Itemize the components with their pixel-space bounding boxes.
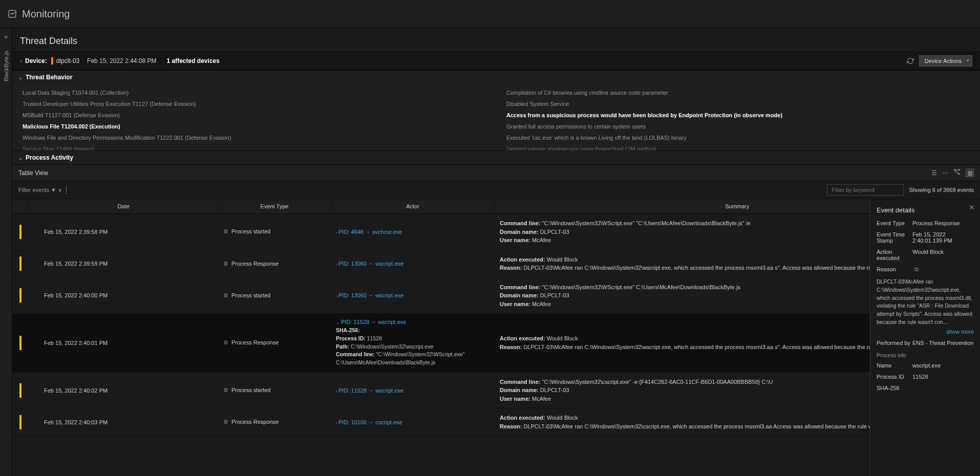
affected-count[interactable]: 1 affected devices xyxy=(167,57,220,64)
col-actor[interactable]: Actor xyxy=(331,199,495,214)
gear-icon: ⚙ xyxy=(223,387,228,393)
severity-marker xyxy=(19,225,22,239)
table-row[interactable]: Feb 15, 2022 2:40:01 PM⚙Process Response… xyxy=(12,314,980,373)
actor-chevron-icon[interactable]: ⌄ xyxy=(336,320,340,325)
device-chevron-icon[interactable]: › xyxy=(20,57,22,64)
behavior-item[interactable]: Compilation of C# binaries using cmdline… xyxy=(496,87,980,98)
severity-marker xyxy=(19,336,22,350)
caret-down-icon: ⌄ xyxy=(18,155,23,161)
behavior-item[interactable]: Local Data Staging T1074.001 (Collection… xyxy=(12,87,496,98)
event-details-panel: ✕ Event details Event TypeProcess Respon… xyxy=(870,199,980,476)
monitoring-icon xyxy=(8,9,17,18)
left-rail: » BlackByte.js xyxy=(0,28,12,476)
process-info-head: Process info xyxy=(877,352,974,358)
actor-chevron-icon[interactable]: › xyxy=(336,230,337,235)
behavior-item[interactable]: Service Stop T1489 (Impact) xyxy=(12,143,496,150)
gear-icon: ⚙ xyxy=(223,292,228,298)
threat-behavior-header[interactable]: ⌄ Threat Behavior xyxy=(12,70,980,84)
col-date[interactable]: Date xyxy=(29,199,218,214)
severity-marker xyxy=(19,256,22,271)
behavior-item[interactable]: Executed 'csc.exe' which is a known Livi… xyxy=(496,132,980,143)
close-icon[interactable]: ✕ xyxy=(969,203,975,211)
device-name[interactable]: dlpclt-03 xyxy=(56,57,79,64)
grid-view-icon[interactable]: ▦ xyxy=(966,169,974,177)
expand-rail-icon[interactable]: » xyxy=(4,33,8,40)
actor-chevron-icon[interactable]: › xyxy=(336,293,337,298)
actor-link[interactable]: PID: 11528 → wscript.exe xyxy=(341,319,406,325)
reason-text: DLPCLT-03\McAfee ran C:\Windows\System32… xyxy=(877,278,974,327)
actor-link[interactable]: PID: 11528 → wscript.exe xyxy=(338,387,403,394)
event-count: Showing 6 of 3669 events xyxy=(909,187,974,193)
actor-link[interactable]: PID: 4948 → svchost.exe xyxy=(338,229,402,235)
behavior-item[interactable]: Disabled System Service xyxy=(496,98,980,110)
device-timestamp: Feb 15, 2022 2:44:08 PM xyxy=(87,57,156,64)
gear-icon: ⚙ xyxy=(223,261,228,267)
col-type[interactable]: Event Type xyxy=(218,199,331,214)
top-bar: Monitoring xyxy=(0,0,980,28)
actor-chevron-icon[interactable]: › xyxy=(336,420,337,425)
behavior-item[interactable]: MSBuild T1127.001 (Defense Evasion) xyxy=(12,110,496,121)
table-row[interactable]: Feb 15, 2022 2:40:02 PM⚙Process started›… xyxy=(12,372,980,408)
rail-tab[interactable]: BlackByte.js xyxy=(3,51,9,81)
actor-link[interactable]: PID: 13060 → wscript.exe xyxy=(338,261,403,267)
svg-point-3 xyxy=(958,169,960,170)
device-actions-button[interactable]: Device Actions xyxy=(919,55,972,67)
svg-point-1 xyxy=(954,169,955,170)
filter-input[interactable] xyxy=(66,186,168,194)
more-icon[interactable]: ⋯ xyxy=(942,169,948,177)
copy-icon[interactable]: ⧉ xyxy=(914,266,919,273)
process-name-link[interactable]: wscript.exe xyxy=(912,362,974,369)
refresh-icon[interactable] xyxy=(907,57,914,64)
behavior-item[interactable]: Trusted Developer Utilities Proxy Execut… xyxy=(12,98,496,110)
severity-marker xyxy=(19,383,22,398)
actor-chevron-icon[interactable]: › xyxy=(336,388,337,394)
behavior-item[interactable]: Granted full access permissions to certa… xyxy=(496,121,980,132)
svg-point-2 xyxy=(958,174,960,175)
actor-chevron-icon[interactable]: › xyxy=(336,262,337,267)
device-bar: › Device: dlpclt-03 Feb 15, 2022 2:44:08… xyxy=(12,52,980,70)
behavior-item[interactable]: Windows File and Directory Permissions M… xyxy=(12,132,496,143)
actor-link[interactable]: PID: 13060 → wscript.exe xyxy=(338,292,403,298)
table-row[interactable]: Feb 15, 2022 2:39:58 PM⚙Process started›… xyxy=(12,214,980,250)
process-activity-header[interactable]: ⌄ Process Activity xyxy=(12,150,980,164)
list-view-icon[interactable]: ☰ xyxy=(931,169,937,177)
behavior-item[interactable]: Malicious File T1204.002 (Execution) xyxy=(12,121,496,132)
filter-bar: Filter events ▼ ∨ Showing 6 of 3669 even… xyxy=(12,181,980,199)
svg-line-5 xyxy=(955,170,958,174)
table-view-label: Table View xyxy=(18,169,48,177)
severity-marker xyxy=(19,415,22,429)
gear-icon: ⚙ xyxy=(223,228,228,234)
gear-icon: ⚙ xyxy=(223,339,228,345)
filter-label[interactable]: Filter events ▼ ∨ xyxy=(18,187,62,193)
severity-marker xyxy=(19,288,22,302)
caret-down-icon: ⌄ xyxy=(18,75,23,80)
table-row[interactable]: Feb 15, 2022 2:39:59 PM⚙Process Response… xyxy=(12,250,980,277)
actor-link[interactable]: PID: 10100 → cscript.exe xyxy=(338,419,402,425)
events-table: Date Event Type Actor Summary Feb 15, 20… xyxy=(12,199,980,436)
threat-behavior-body: Local Data Staging T1074.001 (Collection… xyxy=(12,84,980,150)
table-row[interactable]: Feb 15, 2022 2:40:00 PM⚙Process started›… xyxy=(12,277,980,314)
device-label: Device: xyxy=(25,57,47,64)
behavior-item[interactable]: Deleted volume shadowcopy using PowerShe… xyxy=(496,143,980,150)
table-row[interactable]: Feb 15, 2022 2:40:03 PM⚙Process Response… xyxy=(12,408,980,436)
table-controls: Table View ☰ ⋯ ▦ xyxy=(12,164,980,181)
gear-icon: ⚙ xyxy=(223,419,228,425)
page-title: Threat Details xyxy=(12,28,980,52)
show-more-link[interactable]: show more xyxy=(877,329,974,335)
page-header-title: Monitoring xyxy=(22,8,70,20)
keyword-input[interactable] xyxy=(827,184,904,196)
device-status-indicator xyxy=(51,57,53,64)
graph-view-icon[interactable] xyxy=(953,168,961,177)
details-title: Event details xyxy=(877,206,974,214)
behavior-item[interactable]: Access from a suspicious process would h… xyxy=(496,110,980,121)
